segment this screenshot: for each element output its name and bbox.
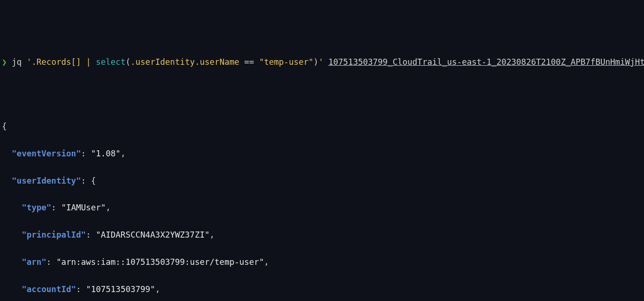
jq-rparen: ) bbox=[314, 57, 319, 67]
val-eventVersion: "1.08" bbox=[91, 149, 121, 158]
key-ui-type: "type" bbox=[22, 203, 51, 212]
jq-lparen: ( bbox=[125, 57, 130, 67]
jq-eq: == bbox=[244, 57, 259, 67]
json-brace-open: { bbox=[2, 122, 7, 131]
key-eventVersion: "eventVersion" bbox=[12, 149, 81, 158]
input-filename: 107513503799_CloudTrail_us-east-1_202308… bbox=[328, 57, 644, 67]
jq-filter-records: .Records[] bbox=[31, 57, 86, 67]
key-ui-arn: "arn" bbox=[22, 257, 46, 267]
jq-path: .userIdentity.userName bbox=[130, 57, 244, 67]
jq-str-open: " bbox=[259, 57, 264, 67]
jq-quote-open: ' bbox=[27, 57, 32, 67]
val-ui-type: "IAMUser" bbox=[61, 203, 106, 212]
key-userIdentity: "userIdentity" bbox=[12, 176, 81, 185]
jq-str-close: " bbox=[308, 57, 314, 67]
val-ui-arn: "arn:aws:iam::107513503799:user/temp-use… bbox=[56, 257, 264, 267]
prompt-glyph: ❯ bbox=[2, 57, 12, 67]
key-ui-accountId: "accountId" bbox=[22, 285, 76, 294]
terminal-output: { "eventVersion": "1.08", "userIdentity"… bbox=[0, 106, 644, 301]
jq-quote-close: ' bbox=[318, 57, 328, 67]
key-ui-principalId: "principalId" bbox=[22, 230, 86, 239]
terminal-command-line[interactable]: ❯ jq '.Records[] | select(.userIdentity.… bbox=[0, 54, 644, 69]
val-ui-accountId: "107513503799" bbox=[86, 285, 155, 294]
jq-select: select bbox=[96, 57, 125, 67]
cmd-jq: jq bbox=[12, 57, 27, 67]
jq-pipe: | bbox=[86, 57, 96, 67]
jq-user-literal: temp-user bbox=[264, 57, 308, 67]
val-ui-principalId: "AIDARSCCN4A3X2YWZ37ZI" bbox=[96, 230, 209, 239]
